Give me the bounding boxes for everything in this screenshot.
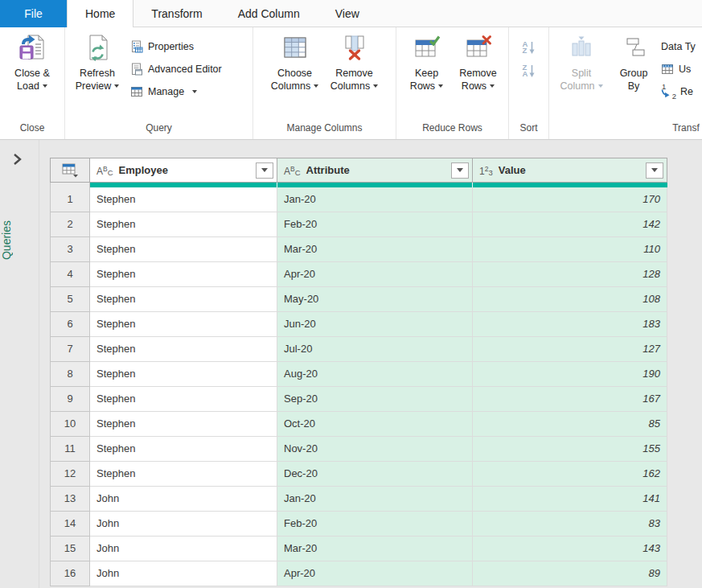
employee-cell[interactable]: Stephen: [90, 212, 277, 237]
tab-file[interactable]: File: [0, 0, 67, 27]
attribute-cell[interactable]: Jan-20: [277, 187, 473, 212]
choose-columns-button[interactable]: Choose Columns: [265, 31, 325, 120]
employee-cell[interactable]: Stephen: [90, 287, 277, 312]
column-header-employee[interactable]: ABC Employee: [90, 158, 277, 183]
attribute-cell[interactable]: Jun-20: [277, 312, 473, 337]
advanced-editor-button[interactable]: Advanced Editor: [130, 61, 222, 77]
row-number-cell[interactable]: 11: [50, 437, 90, 462]
employee-cell[interactable]: Stephen: [90, 462, 277, 487]
row-number-cell[interactable]: 16: [50, 561, 90, 586]
split-column-button[interactable]: Split Column: [552, 31, 610, 120]
employee-cell[interactable]: John: [90, 487, 277, 512]
group-by-button[interactable]: Group By: [610, 31, 657, 120]
remove-columns-button[interactable]: Remove Columns: [325, 31, 384, 120]
employee-cell[interactable]: Stephen: [90, 237, 277, 262]
value-cell[interactable]: 128: [473, 262, 667, 287]
queries-pane-chevron-icon[interactable]: [13, 153, 22, 166]
value-cell[interactable]: 155: [473, 437, 667, 462]
attribute-cell[interactable]: Feb-20: [277, 212, 473, 237]
attribute-cell[interactable]: Feb-20: [277, 512, 473, 537]
remove-rows-button[interactable]: Remove Rows: [453, 31, 504, 120]
row-number-cell[interactable]: 2: [50, 212, 90, 237]
attribute-cell[interactable]: Jul-20: [277, 337, 473, 362]
value-cell[interactable]: 83: [473, 512, 667, 537]
employee-cell[interactable]: Stephen: [90, 437, 277, 462]
attribute-cell[interactable]: Jan-20: [277, 487, 473, 512]
column-header-attribute[interactable]: ABC Attribute: [277, 158, 473, 183]
column-header-value[interactable]: 123 Value: [473, 158, 667, 183]
attribute-cell[interactable]: Oct-20: [277, 412, 473, 437]
row-number-cell[interactable]: 5: [50, 287, 90, 312]
row-number-cell[interactable]: 6: [50, 312, 90, 337]
attribute-cell[interactable]: Mar-20: [277, 537, 473, 561]
sort-descending-icon: ZA: [523, 64, 528, 78]
row-number-cell[interactable]: 15: [50, 537, 90, 561]
attribute-cell[interactable]: Sep-20: [277, 387, 473, 412]
row-number-cell[interactable]: 13: [50, 487, 90, 512]
value-cell[interactable]: 110: [473, 237, 667, 262]
value-cell[interactable]: 85: [473, 412, 667, 437]
table-row: 4StephenApr-20128: [50, 262, 667, 287]
employee-cell[interactable]: John: [90, 512, 277, 537]
employee-cell[interactable]: Stephen: [90, 387, 277, 412]
filter-button-employee[interactable]: [256, 162, 273, 179]
sort-descending-button[interactable]: ZA: [523, 64, 536, 78]
value-cell[interactable]: 89: [473, 561, 667, 586]
value-cell[interactable]: 127: [473, 337, 667, 362]
tab-add-column[interactable]: Add Column: [220, 0, 318, 27]
value-cell[interactable]: 108: [473, 287, 667, 312]
manage-button[interactable]: Manage: [130, 84, 197, 100]
row-number-cell[interactable]: 12: [50, 462, 90, 487]
attribute-cell[interactable]: Nov-20: [277, 437, 473, 462]
value-cell[interactable]: 162: [473, 462, 667, 487]
properties-button[interactable]: Properties: [130, 39, 194, 55]
tab-home[interactable]: Home: [67, 0, 133, 27]
value-cell[interactable]: 170: [473, 187, 667, 212]
close-and-load-button[interactable]: Close & Load: [2, 31, 62, 120]
value-cell[interactable]: 190: [473, 362, 667, 387]
use-first-row-as-headers-button[interactable]: Us: [661, 61, 691, 77]
replace-values-button[interactable]: 1 2 Re: [661, 84, 693, 100]
employee-cell[interactable]: Stephen: [90, 262, 277, 287]
row-number-cell[interactable]: 7: [50, 337, 90, 362]
attribute-cell[interactable]: Apr-20: [277, 561, 473, 586]
keep-rows-button[interactable]: Keep Rows: [401, 31, 453, 120]
row-number-cell[interactable]: 10: [50, 412, 90, 437]
filter-button-value[interactable]: [646, 162, 663, 179]
attribute-cell[interactable]: Dec-20: [277, 462, 473, 487]
employee-cell[interactable]: Stephen: [90, 412, 277, 437]
row-number-cell[interactable]: 3: [50, 237, 90, 262]
employee-cell[interactable]: John: [90, 537, 277, 561]
value-cell[interactable]: 143: [473, 537, 667, 561]
sort-ascending-button[interactable]: AZ: [523, 40, 536, 55]
attribute-cell[interactable]: Apr-20: [277, 262, 473, 287]
row-number-cell[interactable]: 4: [50, 262, 90, 287]
group-label-sort: Sort: [509, 120, 548, 139]
table-row: 13JohnJan-20141: [50, 487, 667, 512]
employee-cell[interactable]: Stephen: [90, 312, 277, 337]
employee-cell[interactable]: John: [90, 561, 277, 586]
employee-cell[interactable]: Stephen: [90, 187, 277, 212]
table-row: 11StephenNov-20155: [50, 437, 667, 462]
table-row: 7StephenJul-20127: [50, 337, 667, 362]
value-cell[interactable]: 141: [473, 487, 667, 512]
refresh-preview-button[interactable]: Refresh Preview: [68, 31, 126, 120]
value-cell[interactable]: 167: [473, 387, 667, 412]
value-cell[interactable]: 183: [473, 312, 667, 337]
row-number-cell[interactable]: 9: [50, 387, 90, 412]
tab-view[interactable]: View: [318, 0, 377, 27]
attribute-cell[interactable]: May-20: [277, 287, 473, 312]
attribute-cell[interactable]: Aug-20: [277, 362, 473, 387]
employee-cell[interactable]: Stephen: [90, 362, 277, 387]
row-number-cell[interactable]: 1: [50, 187, 90, 212]
row-number-cell[interactable]: 14: [50, 512, 90, 537]
employee-cell[interactable]: Stephen: [90, 337, 277, 362]
value-cell[interactable]: 142: [473, 212, 667, 237]
attribute-cell[interactable]: Mar-20: [277, 237, 473, 262]
group-label-close: Close: [0, 120, 64, 139]
tab-transform[interactable]: Transform: [133, 0, 220, 27]
row-number-cell[interactable]: 8: [50, 362, 90, 387]
data-type-button[interactable]: Data Ty: [661, 39, 696, 55]
filter-button-attribute[interactable]: [451, 162, 469, 179]
select-all-button[interactable]: [50, 158, 90, 183]
